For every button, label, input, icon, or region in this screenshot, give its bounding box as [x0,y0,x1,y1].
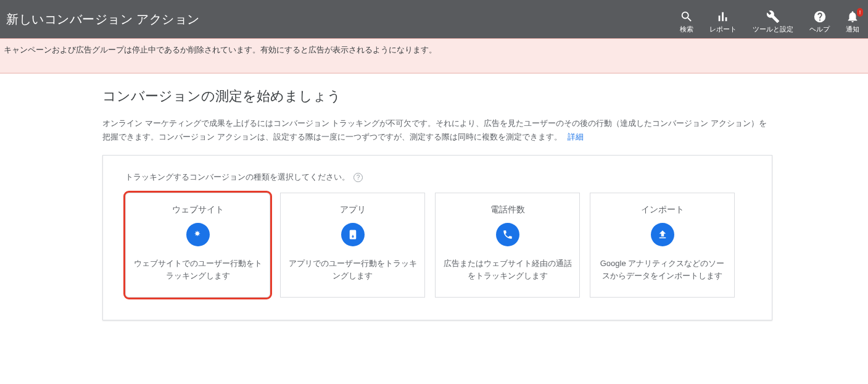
nav-tools[interactable]: ツールと設定 [753,10,793,33]
nav-notifications-label: 通知 [846,25,859,33]
nav-reports-label: レポート [709,25,737,33]
page-heading: コンバージョンの測定を始めましょう [102,87,774,106]
card-import-title: インポート [641,204,684,215]
card-phone-title: 電話件数 [490,204,525,215]
page-description: オンライン マーケティングで成果を上げるにはコンバージョン トラッキングが不可欠… [102,117,774,144]
phone-icon [496,223,519,246]
nav-help-label: ヘルプ [809,25,830,33]
nav-reports[interactable]: レポート [709,10,737,33]
conversion-type-panel: トラッキングするコンバージョンの種類を選択してください。 ? ウェブサイト ウェ… [102,155,772,320]
nav-tools-label: ツールと設定 [753,25,793,33]
card-app-title: アプリ [340,204,366,215]
card-website-title: ウェブサイト [172,204,224,215]
select-prompt: トラッキングするコンバージョンの種類を選択してください。 ? [125,172,750,183]
cursor-click-icon [186,223,210,246]
top-nav: 検索 レポート ツールと設定 ヘルプ ! 通知 [680,5,859,33]
warning-banner: キャンペーンおよび広告グループは停止中であるか削除されています。有効にすると広告… [0,38,868,73]
nav-search-label: 検索 [680,25,693,33]
main-content: コンバージョンの測定を始めましょう オンライン マーケティングで成果を上げるには… [0,73,774,320]
learn-more-link[interactable]: 詳細 [568,132,584,141]
notification-badge: ! [857,8,863,17]
upload-icon [651,223,674,246]
help-tooltip-icon[interactable]: ? [353,173,363,182]
page-description-text: オンライン マーケティングで成果を上げるにはコンバージョン トラッキングが不可欠… [102,119,767,141]
select-prompt-text: トラッキングするコンバージョンの種類を選択してください。 [125,172,350,183]
card-import-desc: Google アナリティクスなどのソースからデータをインポートします [598,257,727,282]
nav-search[interactable]: 検索 [680,10,693,33]
warning-text: キャンペーンおよび広告グループは停止中であるか削除されています。有効にすると広告… [4,46,437,54]
wrench-icon [766,10,780,23]
cards-row: ウェブサイト ウェブサイトでのユーザー行動をトラッキングします アプリ アプリで… [125,193,750,298]
nav-help[interactable]: ヘルプ [809,10,830,33]
nav-notifications[interactable]: ! 通知 [846,10,859,33]
card-website[interactable]: ウェブサイト ウェブサイトでのユーザー行動をトラッキングします [125,193,270,298]
top-bar: 新しいコンバージョン アクション 検索 レポート ツールと設定 ヘルプ ! 通知 [0,0,868,38]
search-icon [680,10,693,23]
card-phone[interactable]: 電話件数 広告またはウェブサイト経由の通話をトラッキングします [435,193,580,298]
card-phone-desc: 広告またはウェブサイト経由の通話をトラッキングします [443,257,572,282]
card-import[interactable]: インポート Google アナリティクスなどのソースからデータをインポートします [590,193,735,298]
app-install-icon [341,223,365,246]
card-app-desc: アプリでのユーザー行動をトラッキングします [288,257,417,282]
chart-icon [716,10,730,23]
card-app[interactable]: アプリ アプリでのユーザー行動をトラッキングします [280,193,425,298]
card-website-desc: ウェブサイトでのユーザー行動をトラッキングします [133,257,262,282]
help-icon [813,10,827,23]
page-title: 新しいコンバージョン アクション [6,11,200,28]
